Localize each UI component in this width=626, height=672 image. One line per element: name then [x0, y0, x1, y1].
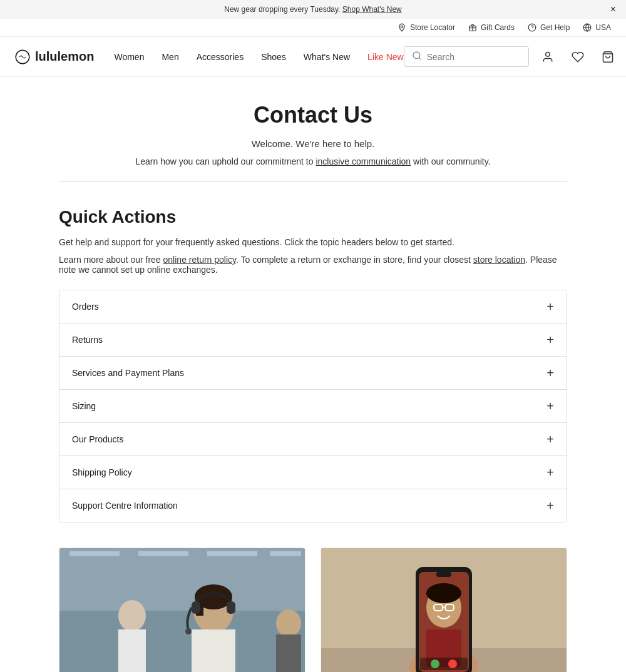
note-middle: . To complete a return or exchange in st… — [236, 255, 473, 265]
svg-point-41 — [448, 659, 457, 668]
svg-rect-15 — [118, 629, 146, 672]
accordion-header-support[interactable]: Support Centre Information + — [59, 489, 567, 522]
svg-point-5 — [413, 52, 420, 59]
accordion-item-products: Our Products + — [59, 423, 567, 456]
accordion-label-sizing: Sizing — [72, 401, 96, 411]
description-prefix: Learn how you can uphold our commitment … — [135, 156, 316, 166]
search-input[interactable] — [427, 52, 521, 62]
svg-rect-9 — [59, 611, 305, 672]
content-divider — [59, 181, 567, 182]
svg-rect-13 — [270, 551, 301, 556]
store-locator-label: Store Locator — [410, 23, 455, 32]
header-actions — [404, 46, 619, 68]
accordion-expand-icon-sizing: + — [546, 400, 554, 412]
svg-point-40 — [431, 659, 439, 668]
contact-cards-section: Chat with us Our friendly Virtual Assist… — [59, 547, 567, 672]
svg-point-0 — [401, 26, 403, 28]
svg-rect-21 — [227, 601, 235, 614]
svg-point-22 — [185, 628, 192, 634]
get-help-label: Get Help — [540, 23, 570, 32]
search-icon — [412, 51, 422, 63]
main-navigation: Women Men Accessories Shoes What's New L… — [114, 52, 403, 62]
svg-rect-19 — [192, 629, 235, 672]
banner-close-button[interactable]: × — [610, 4, 616, 15]
svg-rect-12 — [207, 551, 257, 556]
svg-point-14 — [118, 600, 146, 631]
nav-item-women[interactable]: Women — [114, 52, 144, 62]
get-help-link[interactable]: Get Help — [527, 23, 570, 33]
accordion-header-sizing[interactable]: Sizing + — [59, 390, 567, 422]
logo-text: lululemon — [35, 49, 94, 64]
accordion-header-services[interactable]: Services and Payment Plans + — [59, 357, 567, 389]
note-prefix: Learn more about our free — [59, 255, 163, 265]
accordion-label-orders: Orders — [72, 302, 99, 312]
accordion-header-returns[interactable]: Returns + — [59, 323, 567, 356]
banner-link[interactable]: Shop What's New — [342, 5, 402, 14]
region-label: USA — [595, 23, 611, 32]
gift-cards-label: Gift Cards — [481, 23, 515, 32]
svg-rect-39 — [420, 658, 468, 670]
globe-icon — [582, 23, 592, 33]
quick-actions-description: Get help and support for your frequently… — [59, 237, 567, 247]
promo-banner: New gear dropping every Tuesday. Shop Wh… — [0, 0, 626, 19]
accordion-label-returns: Returns — [72, 335, 103, 345]
nav-item-like-new[interactable]: Like New — [367, 52, 404, 62]
account-button[interactable] — [536, 46, 559, 68]
accordion-header-shipping[interactable]: Shipping Policy + — [59, 456, 567, 489]
store-location-link[interactable]: store location — [473, 255, 525, 265]
svg-point-23 — [276, 609, 301, 637]
utility-bar: Store Locator Gift Cards Get Help USA — [0, 19, 626, 37]
page-description: Learn how you can uphold our commitment … — [59, 156, 567, 166]
accordion-expand-icon-shipping: + — [546, 466, 554, 479]
nav-item-shoes[interactable]: Shoes — [261, 52, 286, 62]
accordion-header-orders[interactable]: Orders + — [59, 290, 567, 323]
svg-point-34 — [426, 583, 461, 603]
lululemon-logo-icon — [15, 49, 30, 64]
chat-card-image — [59, 548, 305, 672]
gift-cards-link[interactable]: Gift Cards — [468, 23, 515, 33]
main-content: Contact Us Welcome. We're here to help. … — [44, 77, 582, 672]
search-bar[interactable] — [404, 46, 529, 67]
accordion-item-orders: Orders + — [59, 290, 567, 323]
svg-rect-20 — [192, 601, 200, 614]
chat-card: Chat with us Our friendly Virtual Assist… — [59, 547, 305, 672]
store-locator-link[interactable]: Store Locator — [397, 23, 455, 33]
nav-item-whats-new[interactable]: What's New — [304, 52, 350, 62]
logo-link[interactable]: lululemon — [15, 49, 94, 64]
shop-expert-card-image — [321, 548, 567, 672]
chat-illustration — [59, 548, 305, 672]
accordion-item-returns: Returns + — [59, 323, 567, 357]
region-link[interactable]: USA — [582, 23, 611, 33]
wishlist-button[interactable] — [567, 46, 589, 68]
accordion-expand-icon-orders: + — [546, 300, 554, 313]
page-title: Contact Us — [59, 102, 567, 128]
inclusive-communication-link[interactable]: inclusive communication — [316, 156, 411, 166]
accordion-expand-icon-products: + — [546, 433, 554, 445]
accordion-item-shipping: Shipping Policy + — [59, 456, 567, 489]
shop-expert-card: Shop with a Product Expert Product Exper… — [321, 547, 567, 672]
banner-text: New gear dropping every Tuesday. — [224, 5, 340, 14]
nav-item-men[interactable]: Men — [162, 52, 178, 62]
location-icon — [397, 23, 407, 33]
accordion-label-support: Support Centre Information — [72, 501, 178, 511]
quick-actions-accordion: Orders + Returns + Services and Payment … — [59, 290, 567, 522]
accordion-item-services: Services and Payment Plans + — [59, 357, 567, 390]
svg-rect-11 — [138, 551, 188, 556]
shop-illustration — [321, 548, 567, 672]
accordion-expand-icon-services: + — [546, 367, 554, 379]
question-icon — [527, 23, 537, 33]
site-header: lululemon Women Men Accessories Shoes Wh… — [0, 37, 626, 77]
svg-point-6 — [545, 52, 550, 56]
accordion-label-shipping: Shipping Policy — [72, 467, 132, 477]
accordion-expand-icon-returns: + — [546, 333, 554, 346]
nav-item-accessories[interactable]: Accessories — [197, 52, 244, 62]
cart-button[interactable] — [597, 46, 619, 68]
accordion-expand-icon-support: + — [546, 499, 554, 512]
accordion-header-products[interactable]: Our Products + — [59, 423, 567, 456]
return-policy-link[interactable]: online return policy — [163, 255, 236, 265]
quick-actions-heading: Quick Actions — [59, 207, 567, 227]
accordion-label-services: Services and Payment Plans — [72, 368, 184, 378]
accordion-item-sizing: Sizing + — [59, 390, 567, 423]
page-subtitle: Welcome. We're here to help. — [59, 138, 567, 149]
accordion-item-support: Support Centre Information + — [59, 489, 567, 522]
